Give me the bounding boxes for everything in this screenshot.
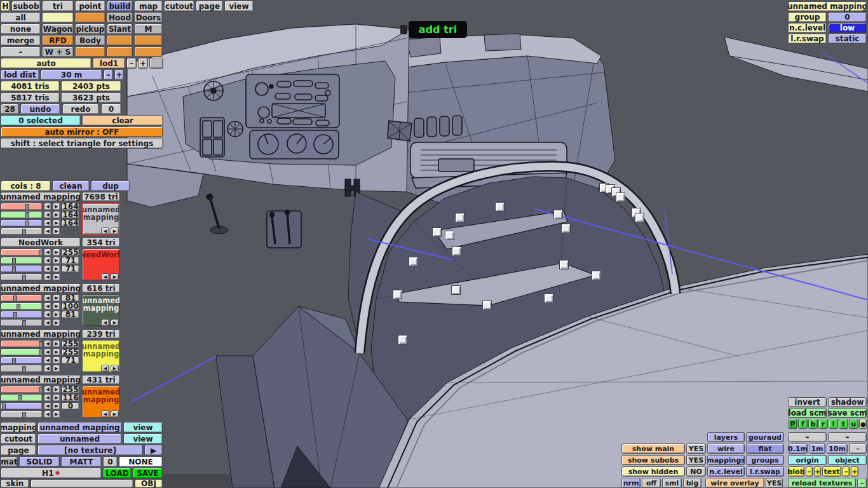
slider-dec-button[interactable]: ◀ <box>44 311 51 318</box>
flat-button[interactable]: flat <box>746 444 784 454</box>
slider-inc-button[interactable]: ▶ <box>53 386 60 393</box>
wire-overlay-button[interactable]: wire overlay <box>705 478 764 488</box>
tab-build-active[interactable]: build <box>107 1 133 11</box>
scm-key-f[interactable]: f <box>798 419 808 429</box>
origin-button[interactable]: origin <box>788 455 827 465</box>
slider-thumb[interactable] <box>25 212 29 219</box>
slider-inc-button[interactable]: ▶ <box>53 248 60 256</box>
slider-inc-button[interactable]: ▶ <box>53 340 60 348</box>
slider-dec-button[interactable]: ◀ <box>44 211 51 219</box>
text-plus-button[interactable]: + <box>851 466 858 477</box>
color-slider-r[interactable] <box>1 203 43 210</box>
vertex-handle[interactable] <box>559 260 569 269</box>
nc-level-value[interactable]: low <box>828 23 867 33</box>
subob-slot-empty-1[interactable] <box>42 12 74 23</box>
mapping-prev-button[interactable]: ◀ <box>101 410 109 417</box>
mapping-prev-button[interactable]: ◀ <box>101 273 109 280</box>
tab-tri[interactable]: tri <box>42 1 74 11</box>
slider-inc-button[interactable]: ▶ <box>53 257 60 264</box>
vertex-handle[interactable] <box>393 290 402 299</box>
slider-thumb[interactable] <box>22 366 26 372</box>
color-slider-g[interactable] <box>1 302 43 310</box>
color-slider-b[interactable] <box>1 265 43 273</box>
mat-matt-button[interactable]: MATT <box>61 456 102 467</box>
vertex-handle[interactable] <box>409 257 418 266</box>
lod-dist-minus-button[interactable]: – <box>104 69 113 80</box>
subob-rfd-button[interactable]: RFD <box>42 35 74 46</box>
subob-slant-button[interactable]: Slant <box>107 24 133 34</box>
slider-dec-button[interactable]: ◀ <box>44 386 51 393</box>
slider-dec-button[interactable]: ◀ <box>44 394 51 402</box>
viewport-3d[interactable] <box>0 0 868 488</box>
slider-inc-button[interactable]: ▶ <box>53 402 60 410</box>
mapping-next-button[interactable]: ▶ <box>111 365 119 372</box>
show-subobs-button[interactable]: show subobs <box>621 455 685 465</box>
subob-body-button[interactable]: Body <box>75 35 105 46</box>
vertex-handle[interactable] <box>635 213 644 222</box>
mapping-name-button[interactable]: unnamed mapping <box>37 422 122 433</box>
nrm-off-button[interactable]: off <box>642 478 661 488</box>
subob-slot-empty-2[interactable] <box>75 12 105 23</box>
tab-point[interactable]: point <box>75 1 105 11</box>
lod-minus-button[interactable]: – <box>126 58 137 69</box>
vertex-handle[interactable] <box>451 285 461 295</box>
auto-mirror-toggle[interactable]: auto mirror : OFF <box>1 126 163 137</box>
slider-inc-button[interactable]: ▶ <box>53 356 60 364</box>
slider-thumb[interactable] <box>12 258 16 264</box>
wire-overlay-value[interactable]: YES <box>766 478 783 488</box>
slider-thumb[interactable] <box>13 295 17 302</box>
slider-inc-button[interactable]: ▶ <box>53 273 60 281</box>
blob-minus-button[interactable]: – <box>806 466 813 477</box>
lr-swap-value[interactable]: static <box>828 34 867 44</box>
show-hidden-button[interactable]: show hidden <box>621 466 685 477</box>
cols-count-button[interactable]: cols : 8 <box>1 180 51 191</box>
vertex-handle[interactable] <box>561 224 571 233</box>
slider-dec-button[interactable]: ◀ <box>44 319 51 327</box>
nrm-sml-button[interactable]: sml <box>662 478 682 488</box>
mapping-next-button[interactable]: ▶ <box>111 273 119 280</box>
clear-selection-button[interactable]: clear <box>82 115 163 126</box>
slider-dec-button[interactable]: ◀ <box>44 302 51 310</box>
slider-inc-button[interactable]: ▶ <box>53 365 60 372</box>
color-slider-a[interactable] <box>1 319 43 327</box>
clean-button[interactable]: clean <box>52 180 90 191</box>
wire-button[interactable]: wire <box>707 444 745 454</box>
slider-thumb[interactable] <box>22 229 26 235</box>
slider-inc-button[interactable]: ▶ <box>53 265 60 273</box>
vertex-handle[interactable] <box>398 335 407 344</box>
slider-thumb[interactable] <box>25 220 29 227</box>
vertex-handle[interactable] <box>432 227 442 237</box>
slider-dec-button[interactable]: ◀ <box>44 294 51 302</box>
slider-dec-button[interactable]: ◀ <box>44 203 51 210</box>
slider-thumb[interactable] <box>17 304 20 310</box>
subob-slot-empty-4[interactable] <box>134 35 163 46</box>
show-hidden-value[interactable]: NO <box>686 466 706 477</box>
slider-thumb[interactable] <box>13 312 17 318</box>
redo-button[interactable]: redo <box>62 104 99 114</box>
object-button[interactable]: object <box>828 455 867 465</box>
mapping-prev-button[interactable]: ◀ <box>101 365 109 372</box>
file-slot-button[interactable]: H1✱ <box>1 468 102 478</box>
slider-inc-button[interactable]: ▶ <box>53 410 60 418</box>
slider-dec-button[interactable]: ◀ <box>44 227 51 235</box>
load-scm-button[interactable]: load scm <box>788 408 827 418</box>
mappings-button[interactable]: mappings <box>707 455 745 465</box>
show-main-value[interactable]: YES <box>686 444 706 454</box>
slider-inc-button[interactable]: ▶ <box>53 348 60 356</box>
subob-slot-empty-5[interactable] <box>75 46 105 57</box>
mat-index[interactable]: 0 <box>103 456 118 467</box>
subob-slot-empty-3[interactable] <box>107 35 133 46</box>
color-slider-b[interactable] <box>1 219 43 227</box>
subob-all-button[interactable]: all <box>1 12 41 23</box>
color-slider-b[interactable] <box>1 402 43 410</box>
tab-view[interactable]: view <box>224 1 254 11</box>
lod-auto-button[interactable]: auto <box>1 58 92 69</box>
nrm-big-button[interactable]: big <box>683 478 702 488</box>
slider-thumb[interactable] <box>22 274 26 281</box>
subob-slot-empty-6[interactable] <box>107 46 133 57</box>
grid-1m-button[interactable]: 1m <box>809 444 825 454</box>
tab-cutout[interactable]: cutout <box>164 1 194 11</box>
slider-dec-button[interactable]: ◀ <box>44 348 51 356</box>
cutout-view-button[interactable]: view <box>123 433 163 444</box>
mapping-name[interactable]: unnamed mapping <box>1 375 81 384</box>
